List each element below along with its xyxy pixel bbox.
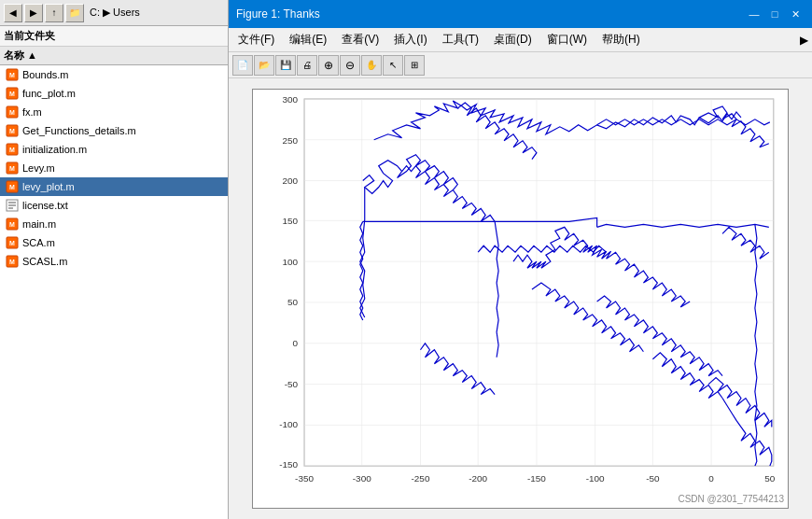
file-item[interactable]: MGet_Functions_details.m <box>0 121 228 140</box>
print-button[interactable]: 🖨 <box>297 55 317 76</box>
back-button[interactable]: ◀ <box>4 4 22 22</box>
m-file-icon: M <box>6 180 19 193</box>
m-file-icon: M <box>6 236 19 249</box>
file-name: fx.m <box>22 106 42 118</box>
svg-text:M: M <box>9 147 15 153</box>
window-controls: — □ ✕ <box>745 5 805 23</box>
m-file-icon: M <box>6 124 19 137</box>
m-file-icon: M <box>6 105 19 119</box>
forward-button[interactable]: ▶ <box>24 4 43 22</box>
file-name: SCA.m <box>22 237 55 248</box>
m-file-icon: M <box>6 161 19 175</box>
file-name: SCASL.m <box>22 256 67 267</box>
open-button[interactable]: 📂 <box>254 55 274 76</box>
svg-text:M: M <box>9 259 15 265</box>
breadcrumb-path: C: ▶ Users <box>90 7 140 19</box>
m-file-icon: M <box>6 87 19 100</box>
svg-text:-150: -150 <box>279 459 298 470</box>
menu-item[interactable]: 窗口(W) <box>541 30 593 49</box>
new-figure-button[interactable]: 📄 <box>232 55 253 76</box>
close-button[interactable]: ✕ <box>786 5 805 23</box>
file-name: main.m <box>22 218 56 230</box>
svg-text:M: M <box>9 184 15 190</box>
svg-text:M: M <box>9 72 15 78</box>
m-file-icon: M <box>6 143 19 156</box>
svg-text:50: 50 <box>287 297 299 307</box>
svg-text:150: 150 <box>282 216 298 226</box>
svg-text:-100: -100 <box>279 419 298 429</box>
svg-text:250: 250 <box>282 135 298 146</box>
svg-text:0: 0 <box>708 473 714 484</box>
svg-text:-250: -250 <box>412 473 430 484</box>
file-item[interactable]: Minitialization.m <box>0 140 228 159</box>
file-list: MBounds.mMfunc_plot.mMfx.mMGet_Functions… <box>0 65 228 519</box>
svg-text:-200: -200 <box>469 473 487 484</box>
maximize-button[interactable]: □ <box>765 5 784 23</box>
figure-toolbar: 📄 📂 💾 🖨 ⊕ ⊖ ✋ ↖ ⊞ <box>229 52 812 78</box>
name-column-header: 名称 ▲ <box>4 49 37 63</box>
plot-area: -350 -300 -250 -200 -150 -100 -50 0 50 3… <box>229 78 812 519</box>
svg-text:300: 300 <box>282 94 298 105</box>
pan-button[interactable]: ✋ <box>361 55 382 76</box>
file-item[interactable]: license.txt <box>0 196 228 215</box>
menu-item[interactable]: 工具(T) <box>437 30 484 49</box>
file-item[interactable]: Mmain.m <box>0 215 228 233</box>
figure-titlebar: Figure 1: Thanks — □ ✕ <box>229 0 812 28</box>
svg-text:100: 100 <box>282 257 298 267</box>
m-file-icon: M <box>6 255 19 268</box>
file-item[interactable]: MLevy.m <box>0 159 228 177</box>
file-explorer: ◀ ▶ ↑ 📁 C: ▶ Users 当前文件夹 名称 ▲ MBounds.mM… <box>0 0 229 519</box>
file-list-header: 名称 ▲ <box>0 47 228 65</box>
file-name: levy_plot.m <box>22 181 75 192</box>
svg-text:-150: -150 <box>527 473 546 484</box>
svg-text:-100: -100 <box>586 473 605 484</box>
svg-text:M: M <box>9 221 15 228</box>
zoom-in-button[interactable]: ⊕ <box>318 55 339 76</box>
svg-text:M: M <box>9 165 15 172</box>
file-item[interactable]: MBounds.m <box>0 65 228 84</box>
file-item[interactable]: Mlevy_plot.m <box>0 177 228 196</box>
file-name: Bounds.m <box>22 69 69 80</box>
zoom-out-button[interactable]: ⊖ <box>340 55 360 76</box>
menu-item[interactable]: 帮助(H) <box>596 30 646 49</box>
cursor-button[interactable]: ↖ <box>383 55 403 76</box>
menubar-expand-arrow[interactable]: ▶ <box>800 34 808 47</box>
folder-button[interactable]: 📁 <box>65 4 84 22</box>
file-name: func_plot.m <box>22 88 76 99</box>
datacursor-button[interactable]: ⊞ <box>404 55 425 76</box>
file-item[interactable]: Mfunc_plot.m <box>0 84 228 103</box>
svg-rect-24 <box>304 99 774 466</box>
menu-item[interactable]: 查看(V) <box>336 30 385 49</box>
menu-item[interactable]: 文件(F) <box>232 30 280 49</box>
plot-container: -350 -300 -250 -200 -150 -100 -50 0 50 3… <box>252 89 789 509</box>
menu-item[interactable]: 编辑(E) <box>284 30 332 49</box>
minimize-button[interactable]: — <box>745 5 763 23</box>
svg-text:M: M <box>9 240 15 246</box>
svg-text:M: M <box>9 91 15 97</box>
save-button[interactable]: 💾 <box>275 55 296 76</box>
svg-text:50: 50 <box>764 473 776 484</box>
plot-svg: -350 -300 -250 -200 -150 -100 -50 0 50 3… <box>253 90 788 508</box>
svg-text:-300: -300 <box>353 473 371 484</box>
svg-text:200: 200 <box>282 175 298 186</box>
file-name: initialization.m <box>22 144 87 155</box>
m-file-icon: M <box>6 68 19 81</box>
menu-item[interactable]: 插入(I) <box>388 30 432 49</box>
file-item[interactable]: Mfx.m <box>0 103 228 121</box>
current-folder-label: 当前文件夹 <box>0 26 228 47</box>
explorer-toolbar: ◀ ▶ ↑ 📁 C: ▶ Users <box>0 0 228 26</box>
up-button[interactable]: ↑ <box>45 4 63 22</box>
m-file-icon: M <box>6 217 19 231</box>
menu-item[interactable]: 桌面(D) <box>488 30 538 49</box>
svg-text:-350: -350 <box>295 473 314 484</box>
svg-text:-50: -50 <box>285 379 299 389</box>
svg-text:0: 0 <box>293 338 299 348</box>
txt-file-icon <box>6 199 19 212</box>
svg-text:-50: -50 <box>646 473 660 484</box>
file-name: Levy.m <box>22 162 55 174</box>
svg-text:M: M <box>9 109 15 116</box>
file-item[interactable]: MSCASL.m <box>0 252 228 271</box>
file-item[interactable]: MSCA.m <box>0 233 228 252</box>
file-name: Get_Functions_details.m <box>22 125 136 136</box>
figure-window: Figure 1: Thanks — □ ✕ 文件(F)编辑(E)查看(V)插入… <box>229 0 812 519</box>
